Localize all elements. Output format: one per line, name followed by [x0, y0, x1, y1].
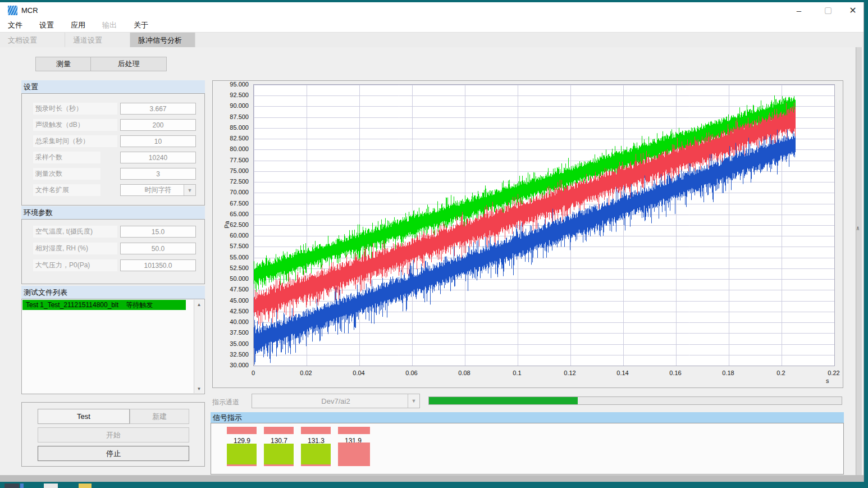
x-tick-label: 0.02 — [300, 370, 312, 376]
desktop-icon — [79, 484, 92, 488]
tab-pulse-analysis[interactable]: 脉冲信号分析 — [130, 33, 195, 48]
settings-section: 预录时长（秒） 3.667 声级触发（dB） 200 总采集时间（秒） 10 采… — [21, 93, 205, 206]
x-tick-label: 0.22 — [828, 370, 839, 376]
y-tick-label: 62.500 — [215, 221, 249, 228]
air-temp-label: 空气温度, t(摄氏度) — [33, 226, 117, 238]
y-tick-label: 32.500 — [215, 351, 249, 358]
filename-ext-label: 文件名扩展 — [33, 184, 100, 196]
scroll-up-icon[interactable]: ▲ — [194, 300, 204, 309]
channel-dropdown[interactable]: Dev7/ai2 ▼ — [252, 394, 420, 408]
maximize-button[interactable]: ▢ — [815, 2, 841, 18]
start-button[interactable]: 开始 — [38, 427, 189, 443]
app-window: MCR – ▢ ✕ 文件 设置 应用 输出 关于 文档设置 通道设置 脉冲信号分… — [0, 2, 864, 482]
peak-bar — [301, 427, 331, 434]
window-bottom-edge — [0, 475, 864, 482]
minimize-button[interactable]: – — [786, 2, 812, 18]
acquisition-progressbar — [428, 396, 842, 405]
tab-channel-settings[interactable]: 通道设置 — [65, 33, 130, 48]
y-tick-label: 57.500 — [215, 243, 249, 249]
air-temp-field[interactable]: 15.0 — [120, 226, 196, 238]
y-tick-label: 77.500 — [215, 157, 249, 163]
list-scrollbar[interactable]: ▲ ▼ — [194, 300, 204, 393]
signal-indicator: 131.3 — [301, 423, 331, 475]
y-tick-label: 75.000 — [215, 167, 249, 174]
measure-times-label: 测量次数 — [33, 168, 100, 180]
stop-button[interactable]: 停止 — [38, 446, 189, 461]
menu-settings[interactable]: 设置 — [39, 20, 54, 30]
desktop-icon — [4, 484, 19, 488]
total-time-label: 总采集时间（秒） — [33, 135, 117, 147]
y-tick-label: 37.500 — [215, 329, 249, 336]
y-tick-label: 60.000 — [215, 232, 249, 239]
level-block — [264, 444, 294, 466]
test-name-field[interactable]: Test — [38, 409, 130, 424]
menu-bar: 文件 设置 应用 输出 关于 — [0, 18, 864, 32]
environment-section: 空气温度, t(摄氏度) 15.0 相对湿度, RH (%) 50.0 大气压力… — [21, 219, 205, 284]
x-axis-label: s — [826, 377, 829, 384]
x-tick-label: 0.12 — [564, 370, 575, 376]
menu-output: 输出 — [102, 20, 117, 30]
peak-bar — [338, 427, 370, 434]
sample-count-field[interactable]: 10240 — [120, 152, 196, 163]
y-tick-label: 95.000 — [215, 81, 249, 88]
y-tick-label: 50.000 — [215, 275, 249, 282]
channel-value: Dev7/ai2 — [321, 397, 350, 405]
y-tick-label: 52.500 — [215, 264, 249, 271]
y-tick-label: 40.000 — [215, 318, 249, 325]
y-tick-label: 30.000 — [215, 362, 249, 368]
list-item[interactable]: Test 1_Test_211215114800_blt 等待触发 — [22, 300, 186, 310]
filename-ext-dropdown[interactable]: 时间字符 ▼ — [120, 184, 196, 196]
level-block — [301, 444, 331, 466]
scroll-down-icon[interactable]: ▼ — [194, 384, 204, 393]
new-button[interactable]: 新建 — [130, 409, 189, 424]
post-process-button[interactable]: 后处理 — [90, 57, 167, 71]
desktop-icon — [20, 484, 24, 488]
y-tick-label: 90.000 — [215, 102, 249, 109]
menu-about[interactable]: 关于 — [134, 20, 148, 30]
test-file-list: Test 1_Test_211215114800_blt 等待触发 ▲ ▼ — [21, 299, 205, 394]
close-button[interactable]: ✕ — [840, 2, 866, 18]
indicator-channel-label: 指示通道 — [212, 398, 239, 407]
collapse-arrow-icon[interactable]: ∧ — [856, 225, 861, 232]
title-bar: MCR – ▢ ✕ — [0, 2, 864, 18]
x-tick-label: 0.18 — [722, 370, 734, 376]
tab-bar: 文档设置 通道设置 脉冲信号分析 — [0, 32, 864, 48]
tab-document-settings[interactable]: 文档设置 — [0, 33, 65, 48]
environment-section-header: 环境参数 — [21, 206, 205, 219]
x-tick-label: 0.2 — [776, 370, 785, 376]
signal-indicator: 130.7 — [264, 423, 294, 475]
x-tick-label: 0.14 — [616, 370, 628, 376]
y-tick-label: 47.500 — [215, 286, 249, 293]
filename-ext-value: 时间字符 — [145, 185, 172, 195]
sample-count-label: 采样个数 — [33, 152, 100, 163]
y-tick-label: 42.500 — [215, 308, 249, 314]
y-tick-label: 35.000 — [215, 340, 249, 347]
measure-times-field[interactable]: 3 — [120, 168, 196, 180]
y-tick-label: 80.000 — [215, 145, 249, 152]
chevron-down-icon: ▼ — [408, 394, 419, 408]
app-logo-icon — [8, 6, 17, 15]
y-tick-label: 45.000 — [215, 297, 249, 304]
settings-section-header: 设置 — [21, 80, 205, 93]
y-tick-label: 55.000 — [215, 254, 249, 261]
side-collapse-strip[interactable] — [856, 47, 862, 475]
level-block — [227, 444, 257, 466]
level-block — [338, 443, 370, 466]
x-tick-label: 0.06 — [405, 370, 417, 376]
y-tick-label: 67.500 — [215, 200, 249, 207]
pressure-field[interactable]: 101350.0 — [120, 259, 196, 271]
x-tick-label: 0.08 — [458, 370, 470, 376]
prerecord-field[interactable]: 3.667 — [120, 103, 196, 115]
menu-apply[interactable]: 应用 — [71, 20, 85, 30]
measure-button[interactable]: 测量 — [35, 57, 92, 71]
main-content: 测量 后处理 设置 预录时长（秒） 3.667 声级触发（dB） 200 总采集… — [0, 47, 864, 475]
desktop-icon — [44, 484, 58, 488]
x-tick-label: 0.1 — [513, 370, 521, 376]
trigger-level-field[interactable]: 200 — [120, 119, 196, 131]
total-time-field[interactable]: 10 — [120, 135, 196, 147]
window-title: MCR — [21, 6, 38, 15]
signal-indicator-header: 信号指示 — [211, 412, 844, 423]
humidity-field[interactable]: 50.0 — [120, 243, 196, 254]
signal-chart-canvas — [253, 84, 835, 366]
menu-file[interactable]: 文件 — [8, 20, 22, 30]
